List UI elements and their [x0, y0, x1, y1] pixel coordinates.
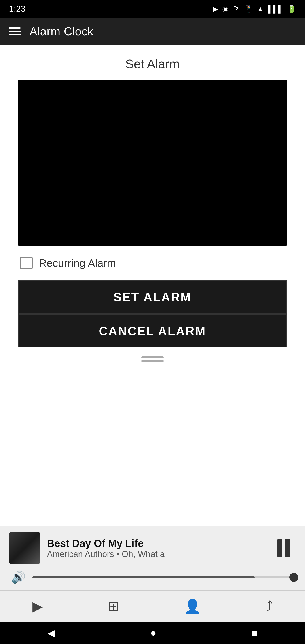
contacts-nav-button[interactable]: 👤 — [180, 594, 205, 619]
music-info: Best Day Of My Life American Authors • O… — [47, 537, 265, 559]
album-art — [9, 532, 40, 564]
page-title: Alarm Clock — [30, 24, 94, 38]
flag-icon: 🏳 — [232, 5, 240, 13]
recents-button[interactable]: ■ — [252, 627, 258, 638]
music-panel: Best Day Of My Life American Authors • O… — [0, 526, 305, 590]
pause-icon — [278, 539, 290, 557]
recurring-alarm-row: Recurring Alarm — [18, 257, 287, 269]
home-button[interactable]: ● — [150, 627, 156, 638]
system-nav-bar: ◀ ● ■ — [0, 622, 305, 644]
home-icon: ● — [150, 627, 156, 638]
status-bar: 1:23 ▶ ◉ 🏳 📱 ▲ ▌▌▌ 🔋 — [0, 0, 305, 18]
grid-nav-icon: ⊞ — [108, 598, 119, 614]
share-nav-icon: ⤴ — [266, 598, 272, 614]
contacts-nav-icon: 👤 — [184, 598, 201, 614]
volume-fill — [32, 576, 255, 578]
set-alarm-button[interactable]: SET ALARM — [18, 280, 287, 314]
play-nav-button[interactable]: ▶ — [28, 594, 47, 618]
back-icon: ◀ — [48, 628, 55, 638]
volume-row: 🔊 — [9, 570, 296, 584]
music-player-row: Best Day Of My Life American Authors • O… — [9, 532, 296, 564]
toolbar: Alarm Clock — [0, 18, 305, 45]
hamburger-menu-button[interactable] — [7, 25, 23, 38]
grid-nav-button[interactable]: ⊞ — [103, 594, 124, 618]
back-button[interactable]: ◀ — [48, 627, 55, 639]
status-icons: ▶ ◉ 🏳 📱 ▲ ▌▌▌ 🔋 — [213, 5, 296, 13]
album-art-image — [9, 532, 40, 564]
location-icon: ◉ — [222, 5, 228, 13]
signal-icon: ▌▌▌ — [268, 5, 283, 13]
pause-button[interactable] — [272, 536, 296, 560]
play-nav-icon: ▶ — [32, 598, 43, 614]
volume-thumb[interactable] — [289, 573, 298, 582]
battery-icon: 🔋 — [287, 5, 296, 13]
clock-picker[interactable] — [18, 80, 287, 246]
song-title: Best Day Of My Life — [47, 537, 265, 550]
volume-icon: 🔊 — [11, 570, 26, 584]
recents-icon: ■ — [252, 627, 258, 638]
status-time: 1:23 — [9, 4, 26, 14]
song-artist: American Authors • Oh, What a — [47, 550, 265, 559]
recurring-alarm-label: Recurring Alarm — [39, 257, 116, 269]
play-status-icon: ▶ — [213, 5, 218, 13]
phone-icon: 📱 — [244, 5, 253, 13]
section-title: Set Alarm — [126, 56, 180, 71]
main-content: Set Alarm Recurring Alarm SET ALARM CANC… — [0, 46, 305, 526]
share-nav-button[interactable]: ⤴ — [262, 594, 277, 618]
cancel-alarm-button[interactable]: CANCEL ALARM — [18, 314, 287, 348]
recurring-alarm-checkbox[interactable] — [20, 257, 33, 269]
wifi-icon: ▲ — [257, 5, 264, 13]
drag-handle — [141, 356, 164, 362]
bottom-nav: ▶ ⊞ 👤 ⤴ — [0, 590, 305, 622]
volume-track[interactable] — [32, 576, 294, 578]
